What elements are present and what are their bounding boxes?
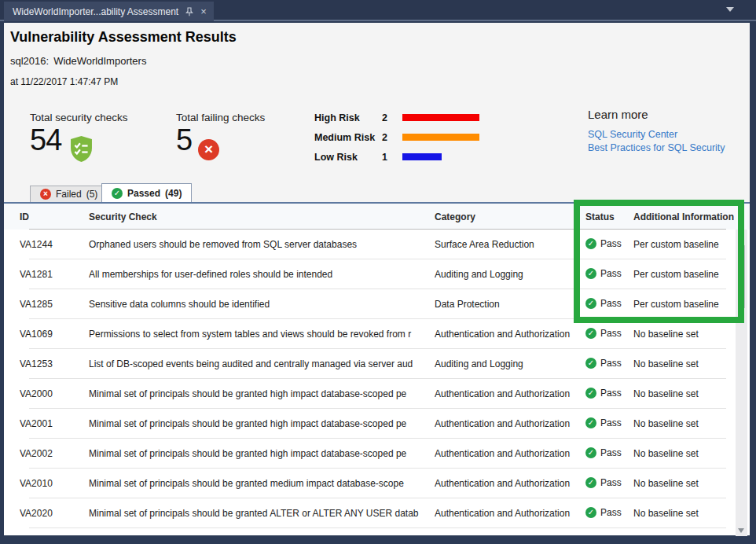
link-best-practices[interactable]: Best Practices for SQL Security bbox=[588, 142, 725, 153]
cell-security-check: Minimal set of principals should be gran… bbox=[89, 448, 424, 459]
pin-icon[interactable] bbox=[185, 7, 193, 17]
failing-checks-value: 5 bbox=[176, 123, 192, 157]
table-row[interactable]: VA2001Minimal set of principals should b… bbox=[4, 409, 750, 439]
cell-category: Authentication and Authorization bbox=[435, 329, 580, 340]
risk-label: Medium Risk bbox=[314, 132, 382, 143]
column-header-status[interactable]: Status bbox=[585, 211, 615, 222]
learn-more-title: Learn more bbox=[588, 108, 725, 121]
row-separator bbox=[29, 527, 726, 528]
cell-id: VA2001 bbox=[20, 418, 83, 429]
status-label: Pass bbox=[600, 268, 622, 279]
cell-category: Authentication and Authorization bbox=[435, 478, 580, 489]
cell-status: ✓Pass bbox=[585, 388, 631, 399]
cell-status: ✓Pass bbox=[585, 298, 631, 309]
vulnerability-assessment-window: WideWorldImporter...ability Assessment ×… bbox=[0, 0, 756, 544]
table-row[interactable]: VA2010Minimal set of principals should b… bbox=[4, 469, 750, 498]
cell-category: Authentication and Authorization bbox=[435, 388, 580, 399]
risk-bar bbox=[402, 114, 479, 121]
scroll-down-icon[interactable] bbox=[736, 524, 747, 536]
cell-id: VA2000 bbox=[20, 388, 83, 399]
status-label: Pass bbox=[600, 388, 622, 399]
page-title: Vulnerability Assessment Results bbox=[10, 29, 237, 46]
risk-legend-row: Medium Risk2 bbox=[314, 127, 479, 147]
server-database-line: sql2016:WideWorldImporters bbox=[10, 55, 146, 67]
table-row[interactable]: VA1281All memberships for user-defined r… bbox=[4, 259, 750, 289]
column-header-check[interactable]: Security Check bbox=[89, 211, 157, 222]
status-label: Pass bbox=[600, 298, 622, 309]
cell-id: VA2002 bbox=[20, 448, 83, 459]
cell-id: VA1285 bbox=[20, 299, 83, 310]
cell-status: ✓Pass bbox=[585, 507, 631, 518]
column-header-id[interactable]: ID bbox=[20, 211, 29, 222]
link-sql-security-center[interactable]: SQL Security Center bbox=[588, 129, 725, 140]
total-checks-label: Total security checks bbox=[30, 112, 128, 123]
document-tab-title: WideWorldImporter...ability Assessment bbox=[13, 6, 178, 17]
risk-bar bbox=[402, 134, 479, 141]
scrollbar-thumb[interactable] bbox=[738, 245, 745, 308]
document-tab[interactable]: WideWorldImporter...ability Assessment × bbox=[4, 2, 214, 21]
cell-additional-info: Per custom baseline bbox=[633, 299, 734, 310]
cell-status: ✓Pass bbox=[585, 477, 631, 488]
status-label: Pass bbox=[600, 447, 622, 458]
risk-legend-row: Low Risk1 bbox=[314, 147, 479, 167]
cell-id: VA1281 bbox=[20, 269, 83, 280]
pass-icon: ✓ bbox=[585, 238, 596, 249]
risk-count: 2 bbox=[382, 132, 402, 143]
fail-circle-icon: × bbox=[198, 139, 219, 160]
results-table-body: VA1244Orphaned users should be removed f… bbox=[4, 230, 750, 535]
cell-additional-info: Per custom baseline bbox=[633, 239, 734, 250]
table-row[interactable]: VA1069Permissions to select from system … bbox=[4, 319, 750, 349]
tab-passed[interactable]: ✓ Passed (49) bbox=[101, 183, 192, 202]
pass-icon: ✓ bbox=[585, 388, 596, 399]
risk-bar bbox=[402, 153, 442, 160]
table-row[interactable]: VA1285Sensitive data columns should be i… bbox=[4, 289, 750, 319]
table-row[interactable]: VA2000Minimal set of principals should b… bbox=[4, 379, 750, 409]
cell-security-check: Permissions to select from system tables… bbox=[89, 329, 424, 340]
status-label: Pass bbox=[600, 328, 622, 339]
pass-icon: ✓ bbox=[585, 268, 596, 279]
pass-icon: ✓ bbox=[585, 417, 596, 428]
cell-category: Authentication and Authorization bbox=[435, 448, 580, 459]
table-row[interactable]: VA2002Minimal set of principals should b… bbox=[4, 439, 750, 469]
table-row[interactable]: VA1253List of DB-scoped events being aud… bbox=[4, 349, 750, 379]
content-panel: Vulnerability Assessment Results sql2016… bbox=[4, 23, 750, 535]
table-row[interactable]: VA1244Orphaned users should be removed f… bbox=[4, 230, 750, 259]
tab-failed-count: (5) bbox=[86, 189, 98, 200]
cell-category: Auditing and Logging bbox=[435, 269, 580, 280]
cell-security-check: All memberships for user-defined roles s… bbox=[89, 269, 424, 280]
cell-additional-info: No baseline set bbox=[633, 478, 734, 489]
close-icon[interactable]: × bbox=[200, 6, 207, 17]
scroll-up-icon[interactable] bbox=[736, 230, 747, 241]
cell-security-check: Minimal set of principals should be gran… bbox=[89, 388, 424, 399]
cell-status: ✓Pass bbox=[585, 417, 631, 428]
document-tab-strip: WideWorldImporter...ability Assessment × bbox=[0, 0, 756, 21]
cell-additional-info: Per custom baseline bbox=[633, 269, 734, 280]
cell-status: ✓Pass bbox=[585, 328, 631, 339]
cell-category: Authentication and Authorization bbox=[435, 418, 580, 429]
status-label: Pass bbox=[600, 358, 622, 369]
tab-failed[interactable]: × Failed (5) bbox=[30, 186, 108, 202]
cell-security-check: Minimal set of principals should be gran… bbox=[89, 418, 424, 429]
column-header-info[interactable]: Additional Information bbox=[633, 211, 734, 222]
pass-icon: ✓ bbox=[585, 477, 596, 488]
scan-timestamp: at 11/22/2017 1:47:47 PM bbox=[10, 76, 118, 87]
vertical-scrollbar[interactable] bbox=[736, 230, 747, 536]
cell-additional-info: No baseline set bbox=[633, 329, 734, 340]
risk-legend: High Risk2Medium Risk2Low Risk1 bbox=[314, 108, 479, 167]
chevron-down-icon[interactable] bbox=[726, 7, 734, 12]
risk-legend-row: High Risk2 bbox=[314, 108, 479, 127]
total-checks-value: 54 bbox=[30, 123, 61, 157]
risk-label: High Risk bbox=[314, 112, 382, 123]
status-label: Pass bbox=[600, 507, 622, 518]
shield-checklist-icon bbox=[68, 135, 94, 166]
cell-security-check: Minimal set of principals should be gran… bbox=[89, 478, 424, 489]
cell-id: VA2020 bbox=[20, 508, 83, 519]
database-name: WideWorldImporters bbox=[53, 55, 146, 67]
tab-passed-count: (49) bbox=[165, 188, 182, 199]
pass-icon: ✓ bbox=[585, 507, 596, 518]
results-table-header: ID Security Check Category Status Additi… bbox=[4, 204, 750, 230]
column-header-category[interactable]: Category bbox=[435, 211, 475, 222]
table-row[interactable]: VA2020Minimal set of principals should b… bbox=[4, 498, 750, 528]
risk-label: Low Risk bbox=[314, 152, 382, 163]
cell-security-check: List of DB-scoped events being audited a… bbox=[89, 358, 424, 369]
